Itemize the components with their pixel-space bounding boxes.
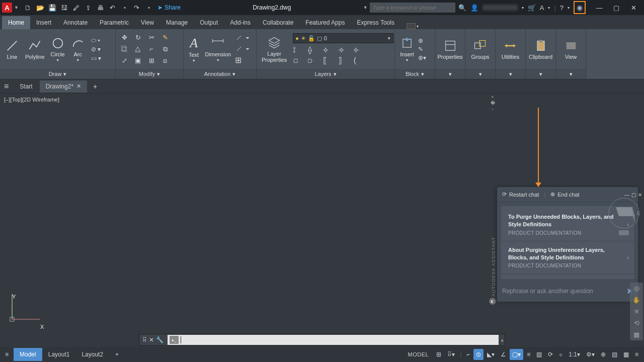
tab-annotate[interactable]: Annotate bbox=[57, 16, 94, 29]
doc-result-1[interactable]: To Purge Unneeded Blocks, Layers, and St… bbox=[501, 208, 634, 241]
layer-tool[interactable]: ⟦ bbox=[323, 56, 334, 65]
tool-hatch[interactable]: ⊘ ▾ bbox=[91, 46, 101, 53]
tool-misc[interactable]: ⬭ ▾ bbox=[91, 37, 101, 44]
tab-manage[interactable]: Manage bbox=[160, 16, 194, 29]
layout-tab-model[interactable]: Model bbox=[14, 348, 42, 361]
layer-tool[interactable]: ⟤ bbox=[293, 56, 304, 65]
panel-modify-label[interactable]: Modify ▾ bbox=[116, 69, 183, 79]
vp-min-icon[interactable]: — bbox=[624, 192, 629, 200]
status-model-label[interactable]: MODEL bbox=[404, 349, 433, 359]
cmd-handle-icon[interactable]: ⠿ bbox=[142, 336, 147, 343]
user-icon[interactable]: 👤 bbox=[470, 4, 478, 12]
file-tab-drawing[interactable]: Drawing2* ✕ bbox=[40, 80, 87, 93]
maximize-icon[interactable]: ▢ bbox=[608, 0, 625, 15]
command-input[interactable]: ▸_ bbox=[168, 335, 499, 345]
vp-max-icon[interactable]: ▢ bbox=[631, 192, 636, 200]
undo-icon[interactable]: ↶ bbox=[108, 3, 117, 12]
redo-icon[interactable]: ↷ bbox=[132, 3, 141, 12]
layer-tool[interactable]: ⟧ bbox=[338, 56, 349, 65]
tool-copy[interactable]: ⿻ bbox=[119, 44, 130, 54]
layer-tool[interactable]: ⟥ bbox=[308, 56, 319, 65]
open-icon[interactable]: 📂 bbox=[36, 3, 45, 12]
status-osnap-track[interactable]: ∠ bbox=[498, 349, 509, 360]
user-name[interactable] bbox=[482, 5, 518, 11]
app-menu-caret-icon[interactable]: ▼ bbox=[14, 5, 19, 10]
tool-line[interactable]: Line bbox=[3, 38, 21, 61]
layer-tool[interactable]: ⟨ bbox=[353, 56, 364, 65]
layer-tool[interactable]: ⟡ bbox=[323, 45, 334, 54]
panel-view-expand[interactable]: ▾ bbox=[556, 69, 586, 79]
tool-fillet[interactable]: ⌐ bbox=[146, 44, 157, 54]
panel-properties-expand[interactable]: ▾ bbox=[435, 69, 465, 79]
nav-zoom-icon[interactable]: ⤧ bbox=[634, 308, 639, 315]
tool-properties[interactable]: Properties bbox=[435, 38, 464, 61]
status-lineweight[interactable]: ≡ bbox=[524, 349, 533, 360]
doc-result-2[interactable]: About Purging Unreferenced Layers, Block… bbox=[501, 241, 634, 275]
tool-utilities[interactable]: Utilities bbox=[500, 38, 521, 61]
tool-text[interactable]: AText▼ bbox=[187, 35, 201, 63]
panel-close-icon[interactable]: × bbox=[490, 95, 495, 100]
cmd-customize-icon[interactable]: 🔧 bbox=[156, 336, 164, 343]
tool-clipboard[interactable]: Clipboard bbox=[527, 38, 554, 61]
vp-close-icon[interactable]: ✕ bbox=[638, 192, 642, 200]
block-create[interactable]: ⊕ bbox=[418, 37, 426, 44]
tool-insert-block[interactable]: Insert▼ bbox=[398, 35, 416, 63]
share-button[interactable]: ➤ Share bbox=[157, 4, 181, 11]
command-line[interactable]: ⠿ ✕ 🔧 ▸_ ▴ bbox=[139, 334, 505, 346]
restart-chat-button[interactable]: ⟳Restart chat bbox=[502, 191, 539, 198]
tab-express-tools[interactable]: Express Tools bbox=[351, 16, 400, 29]
status-units[interactable]: ▤ bbox=[609, 349, 620, 360]
nav-wheel-icon[interactable]: ◎ bbox=[634, 285, 639, 292]
saveas-icon[interactable]: 🖫 bbox=[60, 3, 69, 12]
new-tab-icon[interactable]: + bbox=[88, 80, 102, 93]
search-menu-caret-icon[interactable]: ▼ bbox=[363, 5, 368, 10]
status-cycling[interactable]: ⟳ bbox=[545, 349, 555, 360]
panel-draw-label[interactable]: Draw ▾ bbox=[0, 69, 115, 79]
tool-rotate[interactable]: ↻ bbox=[132, 33, 143, 43]
layout-tab-add[interactable]: + bbox=[109, 348, 125, 361]
app-icon[interactable]: A bbox=[2, 3, 12, 13]
block-edit[interactable]: ✎ bbox=[418, 46, 426, 53]
panel-pin-icon[interactable]: � bbox=[490, 101, 495, 106]
layer-tool[interactable]: ⟠ bbox=[308, 45, 319, 54]
panel-clipboard-expand[interactable]: ▾ bbox=[526, 69, 555, 79]
layer-dropdown[interactable]: ● ☀ 🔓 ▢ 0 ▼ bbox=[293, 33, 393, 43]
file-tab-start[interactable]: Start bbox=[14, 80, 38, 93]
assistant-toggle-highlighted[interactable]: ◉ bbox=[574, 1, 586, 14]
status-ortho[interactable]: ⌐ bbox=[464, 349, 472, 360]
tool-view[interactable]: View bbox=[562, 38, 580, 61]
viewport-controls[interactable]: [–][Top][2D Wireframe] bbox=[4, 97, 59, 103]
tab-addins[interactable]: Add-ins bbox=[224, 16, 257, 29]
close-icon[interactable]: ✕ bbox=[625, 0, 642, 15]
web-open-icon[interactable]: 🖉 bbox=[72, 3, 81, 12]
status-osnap[interactable]: ▢▾ bbox=[510, 349, 523, 360]
layer-tool[interactable]: ⟟ bbox=[293, 45, 304, 54]
tool-circle[interactable]: Circle▼ bbox=[49, 35, 67, 63]
cmd-close-icon[interactable]: ✕ bbox=[149, 336, 154, 343]
tab-output[interactable]: Output bbox=[194, 16, 224, 29]
panel-annotation-label[interactable]: Annotation ▾ bbox=[184, 69, 256, 79]
plot-icon[interactable]: 🖶 bbox=[96, 3, 105, 12]
tool-groups[interactable]: Groups bbox=[469, 38, 491, 61]
panel-min-icon[interactable]: ▫ bbox=[490, 107, 495, 112]
tool-leader[interactable]: ⟋ ▾ bbox=[235, 33, 249, 42]
file-tab-menu-icon[interactable]: ≡ bbox=[4, 82, 9, 91]
tool-array[interactable]: ⊞ bbox=[146, 56, 157, 66]
minimize-icon[interactable]: — bbox=[591, 0, 608, 15]
cmd-recent-icon[interactable]: ▴ bbox=[500, 337, 505, 342]
panel-layers-label[interactable]: Layers ▾ bbox=[257, 69, 394, 79]
drawing-viewport[interactable]: [–][Top][2D Wireframe] Y X × � ▫ AUTODES… bbox=[0, 94, 644, 332]
new-icon[interactable]: 🗋 bbox=[24, 3, 33, 12]
status-quickprops[interactable]: ▦ bbox=[621, 349, 631, 360]
layer-tool[interactable]: ⟢ bbox=[338, 45, 349, 54]
save-icon[interactable]: 💾 bbox=[48, 3, 57, 12]
end-chat-button[interactable]: ⊗End chat bbox=[550, 191, 579, 198]
tool-polyline[interactable]: Polyline bbox=[23, 38, 47, 61]
tab-view[interactable]: View bbox=[135, 16, 160, 29]
block-attr[interactable]: ⊗▾ bbox=[418, 54, 426, 61]
assistant-input[interactable] bbox=[502, 284, 617, 298]
tool-stretch[interactable]: ⤢ bbox=[119, 56, 130, 66]
tool-leader2[interactable]: ⟋ ▾ bbox=[235, 44, 249, 53]
cart-icon[interactable]: 🛒 bbox=[528, 4, 536, 12]
assistant-collapse-icon[interactable]: ◐ bbox=[489, 298, 496, 305]
